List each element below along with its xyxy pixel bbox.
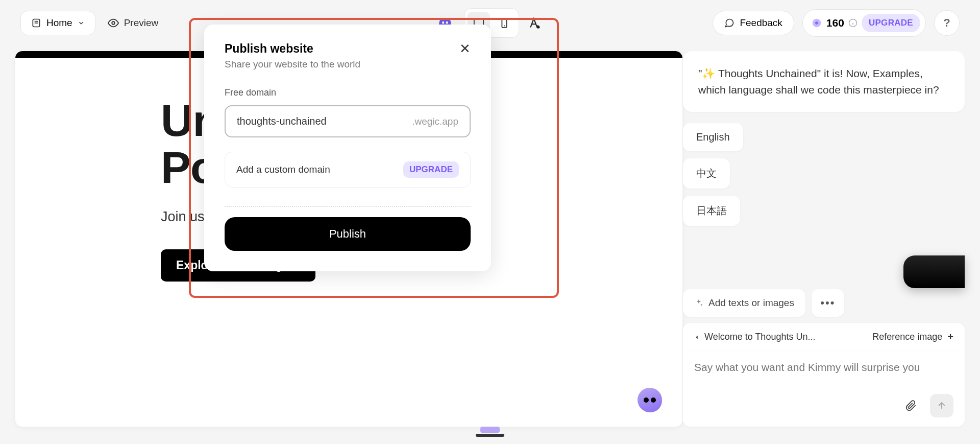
free-domain-label: Free domain bbox=[225, 87, 471, 98]
credit-count: 160 bbox=[826, 17, 844, 29]
add-texts-images-button[interactable]: Add texts or images bbox=[683, 289, 805, 317]
domain-input[interactable] bbox=[237, 115, 412, 127]
feedback-label: Feedback bbox=[740, 17, 782, 29]
publish-modal: Publish website Share your website to th… bbox=[204, 25, 491, 271]
upgrade-badge[interactable]: UPGRADE bbox=[403, 161, 459, 178]
credits-pill: 160 UPGRADE bbox=[802, 9, 926, 37]
chat-input[interactable] bbox=[694, 361, 953, 373]
welcome-tag[interactable]: Welcome to Thoughts Un... bbox=[704, 332, 815, 342]
home-button[interactable]: Home bbox=[20, 11, 95, 35]
lang-option-english[interactable]: English bbox=[683, 123, 743, 151]
feedback-button[interactable]: Feedback bbox=[713, 11, 794, 35]
chat-panel: "✨ Thoughts Unchained" it is! Now, Examp… bbox=[683, 51, 965, 427]
chat-icon bbox=[724, 18, 734, 28]
add-reference-button[interactable]: + bbox=[947, 331, 953, 343]
floating-pill[interactable] bbox=[903, 255, 965, 288]
modal-subtitle: Share your website to the world bbox=[225, 59, 360, 70]
language-options: English 中文 日本語 bbox=[683, 123, 965, 226]
arrow-up-icon bbox=[937, 401, 947, 411]
mascot-icon[interactable] bbox=[638, 388, 662, 412]
preview-button[interactable]: Preview bbox=[108, 17, 159, 29]
chevron-down-icon bbox=[78, 19, 85, 27]
add-tool-label: Add texts or images bbox=[708, 297, 794, 309]
lang-option-japanese[interactable]: 日本語 bbox=[683, 196, 740, 226]
reference-row: Welcome to Thoughts Un... Reference imag… bbox=[683, 323, 965, 351]
svg-point-3 bbox=[112, 21, 115, 25]
svg-marker-14 bbox=[696, 335, 697, 339]
attach-button[interactable] bbox=[899, 394, 923, 417]
modal-title: Publish website bbox=[225, 42, 360, 56]
reference-image-label: Reference image bbox=[872, 332, 942, 342]
info-icon[interactable] bbox=[848, 18, 857, 28]
text-style-icon[interactable] bbox=[528, 16, 542, 30]
domain-input-wrap[interactable]: .wegic.app bbox=[225, 105, 471, 137]
upgrade-button[interactable]: UPGRADE bbox=[862, 14, 920, 32]
page-icon bbox=[31, 18, 41, 28]
preview-label: Preview bbox=[124, 17, 159, 29]
custom-domain-label: Add a custom domain bbox=[236, 164, 330, 175]
toolbar-right: Feedback 160 UPGRADE ? bbox=[713, 9, 960, 37]
close-icon[interactable]: ✕ bbox=[459, 42, 471, 55]
assistant-message: "✨ Thoughts Unchained" it is! Now, Examp… bbox=[683, 51, 965, 112]
phone-icon bbox=[499, 17, 510, 29]
divider bbox=[225, 206, 471, 207]
paperclip-icon bbox=[905, 400, 917, 411]
eye-icon bbox=[108, 17, 119, 29]
caret-left-icon[interactable] bbox=[694, 334, 699, 341]
publish-button[interactable]: Publish bbox=[225, 217, 471, 251]
mobile-viewport-button[interactable] bbox=[493, 12, 516, 34]
hat-icon bbox=[476, 427, 504, 441]
toolbar-left: Home Preview bbox=[20, 11, 158, 35]
lang-option-chinese[interactable]: 中文 bbox=[683, 158, 730, 189]
custom-domain-row[interactable]: Add a custom domain UPGRADE bbox=[225, 152, 471, 188]
sparkle-icon bbox=[694, 298, 703, 308]
chat-input-box bbox=[683, 351, 965, 427]
help-button[interactable]: ? bbox=[934, 10, 960, 36]
home-label: Home bbox=[46, 17, 72, 29]
more-tools-button[interactable]: ••• bbox=[812, 289, 844, 317]
domain-suffix: .wegic.app bbox=[412, 116, 458, 127]
chat-tools: Add texts or images ••• bbox=[683, 289, 965, 317]
credit-icon bbox=[811, 17, 822, 29]
send-button[interactable] bbox=[930, 394, 953, 417]
